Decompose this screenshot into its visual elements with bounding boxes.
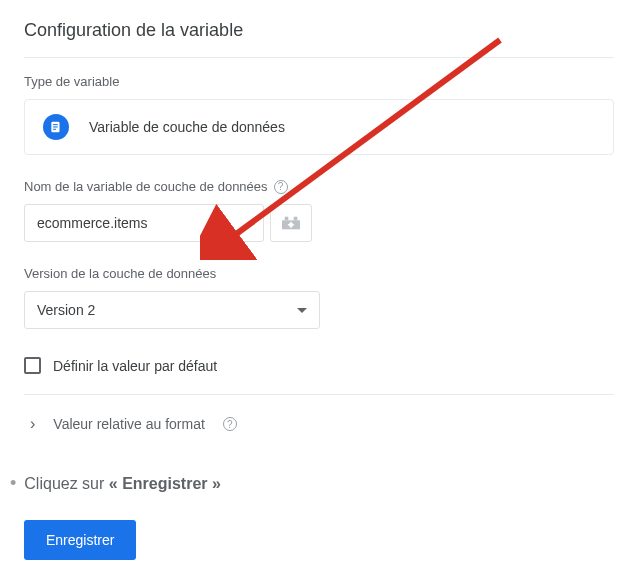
help-icon[interactable]: ?: [223, 417, 237, 431]
chevron-down-icon: [297, 308, 307, 313]
config-title: Configuration de la variable: [24, 20, 614, 41]
format-section-label: Valeur relative au format: [53, 416, 204, 432]
chevron-right-icon: ›: [30, 415, 35, 433]
divider: [24, 57, 614, 58]
variable-type-name: Variable de couche de données: [89, 119, 285, 135]
format-section-toggle[interactable]: › Valeur relative au format ?: [24, 411, 614, 449]
default-value-label: Définir la valeur par défaut: [53, 358, 217, 374]
insert-variable-button[interactable]: [270, 204, 312, 242]
help-icon[interactable]: ?: [274, 180, 288, 194]
data-layer-icon: [43, 114, 69, 140]
version-label: Version de la couche de données: [24, 266, 614, 281]
svg-rect-5: [285, 217, 289, 221]
brick-icon: [282, 216, 300, 230]
svg-rect-1: [53, 124, 58, 125]
svg-rect-3: [53, 129, 56, 130]
save-button[interactable]: Enregistrer: [24, 520, 136, 560]
version-select[interactable]: Version 2: [24, 291, 320, 329]
variable-name-label: Nom de la variable de couche de données …: [24, 179, 614, 194]
version-selected-value: Version 2: [37, 302, 95, 318]
variable-name-input[interactable]: [24, 204, 264, 242]
divider: [24, 394, 614, 395]
bullet-icon: •: [10, 473, 16, 494]
svg-rect-9: [288, 224, 294, 225]
svg-rect-6: [294, 217, 298, 221]
variable-type-label: Type de variable: [24, 74, 614, 89]
default-value-checkbox[interactable]: [24, 357, 41, 374]
instruction-text: • Cliquez sur « Enregistrer »: [10, 473, 614, 494]
svg-rect-2: [53, 126, 58, 127]
variable-type-card[interactable]: Variable de couche de données: [24, 99, 614, 155]
